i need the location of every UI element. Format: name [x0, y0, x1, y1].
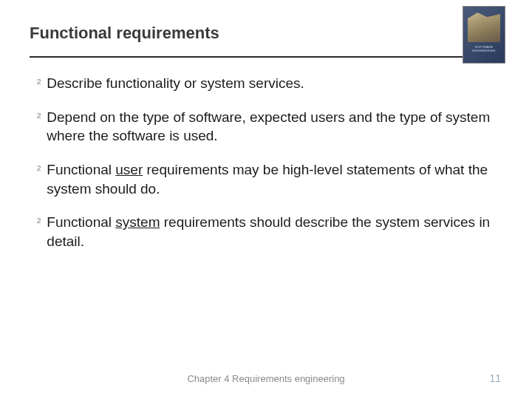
bullet-text: Describe functionality or system service… — [47, 74, 495, 93]
bullet-item: ² Functional user requirements may be hi… — [37, 160, 495, 198]
bullet-item: ² Functional system requirements should … — [37, 213, 495, 250]
bullet-text: Functional user requirements may be high… — [47, 160, 495, 198]
slide-footer: Chapter 4 Requirements engineering 11 — [0, 373, 532, 384]
diamond-bullet-icon: ² — [37, 162, 41, 178]
book-cover-image — [463, 6, 505, 64]
bullet-text: Depend on the type of software, expected… — [47, 108, 495, 146]
bullet-text: Functional system requirements should de… — [47, 213, 495, 250]
bullet-item: ² Describe functionality or system servi… — [37, 74, 495, 93]
bullet-item: ² Depend on the type of software, expect… — [37, 108, 495, 146]
diamond-bullet-icon: ² — [37, 75, 41, 92]
slide-header: Functional requirements — [0, 0, 532, 52]
slide-title: Functional requirements — [30, 24, 502, 43]
page-number: 11 — [489, 372, 501, 384]
slide-content: ² Describe functionality or system servi… — [0, 58, 532, 250]
diamond-bullet-icon: ² — [37, 214, 41, 231]
footer-chapter: Chapter 4 Requirements engineering — [187, 373, 344, 384]
diamond-bullet-icon: ² — [37, 109, 41, 126]
